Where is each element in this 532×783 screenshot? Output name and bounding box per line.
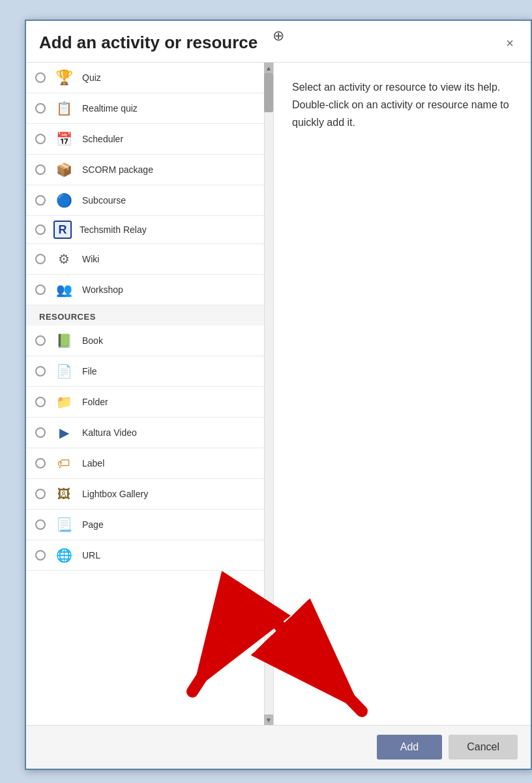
label-label: Label xyxy=(82,458,104,468)
radio-kaltura[interactable] xyxy=(35,427,46,438)
book-label: Book xyxy=(82,335,103,346)
activities-list: 🏆 Quiz 📋 Realtime quiz 📅 Scheduler xyxy=(26,63,273,571)
kaltura-icon: ▶ xyxy=(53,422,74,443)
close-button[interactable]: × xyxy=(502,35,518,51)
url-icon: 🌐 xyxy=(53,545,74,566)
kaltura-label: Kaltura Video xyxy=(82,427,137,438)
workshop-icon: 👥 xyxy=(53,279,74,300)
radio-url[interactable] xyxy=(35,550,46,560)
add-button[interactable]: Add xyxy=(377,735,442,760)
radio-scheduler[interactable] xyxy=(35,134,46,144)
wiki-label: Wiki xyxy=(82,254,99,264)
list-item[interactable]: ⚙ Wiki xyxy=(26,244,273,275)
radio-folder[interactable] xyxy=(35,397,46,407)
right-panel: Select an activity or resource to view i… xyxy=(274,63,531,725)
quiz-label: Quiz xyxy=(82,72,101,83)
book-icon: 📗 xyxy=(53,330,74,351)
techsmith-label: Techsmith Relay xyxy=(80,224,147,235)
scorm-icon: 📦 xyxy=(53,159,74,180)
lightbox-icon: 🖼 xyxy=(53,484,74,504)
list-item[interactable]: 📁 Folder xyxy=(26,387,273,418)
workshop-label: Workshop xyxy=(82,284,123,295)
radio-page[interactable] xyxy=(35,519,46,530)
dialog: ⊕ Add an activity or resource × 🏆 Quiz � xyxy=(25,20,532,770)
file-label: File xyxy=(82,366,97,376)
scroll-area: 🏆 Quiz 📋 Realtime quiz 📅 Scheduler xyxy=(26,63,273,725)
list-item[interactable]: 🖼 Lightbox Gallery xyxy=(26,479,273,510)
radio-workshop[interactable] xyxy=(35,284,46,295)
radio-lightbox[interactable] xyxy=(35,489,46,499)
lightbox-label: Lightbox Gallery xyxy=(82,489,148,499)
folder-label: Folder xyxy=(82,397,108,407)
label-icon: 🏷 xyxy=(53,453,74,474)
list-item[interactable]: 🔵 Subcourse xyxy=(26,185,273,216)
radio-scorm[interactable] xyxy=(35,164,46,175)
list-item[interactable]: 👥 Workshop xyxy=(26,275,273,305)
list-item[interactable]: 🏆 Quiz xyxy=(26,63,273,93)
subcourse-icon: 🔵 xyxy=(53,190,74,211)
folder-icon: 📁 xyxy=(53,392,74,412)
radio-book[interactable] xyxy=(35,335,46,346)
list-item[interactable]: 📦 SCORM package xyxy=(26,155,273,185)
list-item[interactable]: 🌐 URL xyxy=(26,540,273,571)
left-panel: 🏆 Quiz 📋 Realtime quiz 📅 Scheduler xyxy=(26,63,274,725)
cancel-button[interactable]: Cancel xyxy=(449,735,518,760)
radio-file[interactable] xyxy=(35,366,46,376)
radio-realtime[interactable] xyxy=(35,103,46,114)
radio-quiz[interactable] xyxy=(35,72,46,83)
list-item[interactable]: 📋 Realtime quiz xyxy=(26,93,273,124)
list-item[interactable]: 🏷 Label xyxy=(26,448,273,479)
radio-wiki[interactable] xyxy=(35,254,46,264)
realtime-label: Realtime quiz xyxy=(82,103,138,114)
list-item[interactable]: 📅 Scheduler xyxy=(26,124,273,155)
list-item[interactable]: 📄 File xyxy=(26,356,273,387)
dialog-footer: Add Cancel xyxy=(26,725,531,769)
scorm-label: SCORM package xyxy=(82,164,153,175)
scrollbar-thumb[interactable] xyxy=(264,73,273,112)
scrollbar-track: ▲ ▼ xyxy=(264,63,273,725)
page-icon: 📃 xyxy=(53,514,74,535)
dialog-title: Add an activity or resource xyxy=(39,33,258,53)
realtime-icon: 📋 xyxy=(53,98,74,119)
dialog-body: 🏆 Quiz 📋 Realtime quiz 📅 Scheduler xyxy=(26,63,531,725)
scheduler-label: Scheduler xyxy=(82,134,123,144)
resources-section-header: RESOURCES xyxy=(26,305,273,326)
techsmith-icon: R xyxy=(53,221,72,239)
radio-techsmith[interactable] xyxy=(35,224,46,235)
list-item[interactable]: ▶ Kaltura Video xyxy=(26,418,273,448)
page-label: Page xyxy=(82,519,104,530)
subcourse-label: Subcourse xyxy=(82,195,126,206)
url-label: URL xyxy=(82,550,100,560)
list-item[interactable]: 📃 Page xyxy=(26,510,273,540)
quiz-icon: 🏆 xyxy=(53,67,74,88)
scrollbar-down-button[interactable]: ▼ xyxy=(264,714,273,725)
list-item[interactable]: R Techsmith Relay xyxy=(26,216,273,244)
wiki-icon: ⚙ xyxy=(53,249,74,269)
file-icon: 📄 xyxy=(53,361,74,382)
radio-subcourse[interactable] xyxy=(35,195,46,206)
help-text: Select an activity or resource to view i… xyxy=(292,78,512,132)
scheduler-icon: 📅 xyxy=(53,129,74,149)
scrollbar-up-button[interactable]: ▲ xyxy=(264,63,273,73)
list-item[interactable]: 📗 Book xyxy=(26,326,273,356)
radio-label[interactable] xyxy=(35,458,46,468)
move-cursor-icon: ⊕ xyxy=(273,27,284,44)
